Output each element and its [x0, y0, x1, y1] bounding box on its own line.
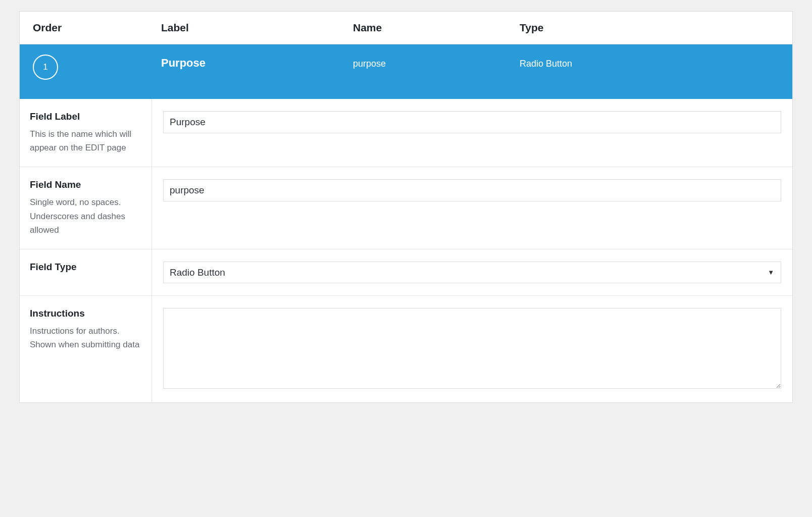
instructions-textarea[interactable]	[163, 308, 781, 389]
field-label-title: Field Label	[30, 111, 142, 122]
row-name: purpose	[353, 55, 520, 69]
setting-field-type: Field Type Radio Button ▼	[20, 249, 792, 295]
field-type-select[interactable]: Radio Button	[163, 262, 781, 283]
header-label: Label	[161, 22, 353, 34]
field-name-title: Field Name	[30, 179, 142, 190]
order-badge: 1	[33, 55, 58, 80]
row-label: Purpose	[161, 55, 353, 70]
header-name: Name	[353, 22, 520, 34]
field-name-input[interactable]	[163, 179, 781, 201]
setting-field-label: Field Label This is the name which will …	[20, 99, 792, 167]
field-group-panel: Order Label Name Type 1 Purpose purpose …	[19, 11, 793, 403]
header-type: Type	[520, 22, 792, 34]
field-settings: Field Label This is the name which will …	[20, 99, 792, 402]
instructions-title: Instructions	[30, 308, 142, 319]
setting-instructions: Instructions Instructions for authors. S…	[20, 295, 792, 402]
field-type-title: Field Type	[30, 262, 142, 273]
setting-field-name: Field Name Single word, no spaces. Under…	[20, 167, 792, 249]
row-type: Radio Button	[520, 55, 792, 69]
table-header: Order Label Name Type	[20, 12, 792, 44]
field-label-input[interactable]	[163, 111, 781, 133]
order-number: 1	[43, 62, 47, 72]
header-order: Order	[20, 22, 161, 34]
field-row-active[interactable]: 1 Purpose purpose Radio Button	[20, 44, 792, 99]
field-name-desc: Single word, no spaces. Underscores and …	[30, 195, 142, 237]
field-label-desc: This is the name which will appear on th…	[30, 127, 142, 154]
instructions-desc: Instructions for authors. Shown when sub…	[30, 324, 142, 351]
